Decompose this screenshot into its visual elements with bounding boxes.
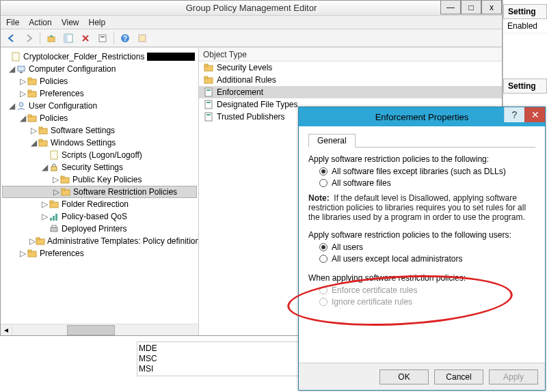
svg-text:?: ?: [123, 35, 127, 42]
tree-label: Policy-based QoS: [62, 210, 127, 223]
folder-icon: [38, 125, 49, 136]
dialog-titlebar[interactable]: Enforcement Properties ? ✕: [299, 107, 545, 126]
delete-button[interactable]: [78, 31, 93, 46]
radio-icon: [319, 255, 328, 263]
tab-general[interactable]: General: [308, 134, 356, 148]
radio-all-software-files[interactable]: All software files: [319, 178, 535, 188]
properties-button[interactable]: [95, 31, 110, 46]
tree-windows-settings[interactable]: ◢Windows Settings: [2, 137, 197, 149]
tree-computer-configuration[interactable]: ◢Computer Configuration: [2, 63, 197, 75]
tree-software-restriction-policies[interactable]: ▷Software Restriction Policies: [2, 186, 197, 198]
label-apply-following: Apply software restriction policies to t…: [308, 154, 535, 164]
lock-icon: [49, 162, 59, 173]
svg-rect-0: [48, 37, 55, 42]
tree-uc-preferences[interactable]: ▷Preferences: [2, 247, 197, 260]
menu-bar: File Action View Help: [1, 16, 502, 29]
forward-button[interactable]: [21, 31, 36, 46]
tree-software-settings[interactable]: ▷Software Settings: [2, 124, 197, 137]
tree-root[interactable]: Cryptolocker_Folder_Restrictions: [2, 51, 197, 63]
svg-rect-31: [53, 216, 55, 221]
tree-label: Scripts (Logon/Logoff): [62, 149, 142, 161]
dialog-close-button[interactable]: ✕: [524, 107, 545, 122]
dialog-body: General Apply software restriction polic…: [299, 126, 545, 363]
titlebar[interactable]: Group Policy Management Editor — □ x: [1, 1, 502, 16]
back-button[interactable]: [4, 31, 19, 46]
folder-icon: [27, 248, 38, 259]
folder-icon: [60, 186, 71, 197]
svg-rect-47: [205, 113, 212, 121]
maximize-button[interactable]: □: [461, 1, 481, 14]
tree-policy-qos[interactable]: ▷Policy-based QoS: [2, 210, 197, 223]
tree-user-configuration[interactable]: ◢User Configuration: [2, 100, 197, 112]
tree-label: Cryptolocker_Folder_Restrictions: [23, 51, 144, 63]
svg-point-15: [19, 102, 23, 107]
svg-rect-32: [55, 214, 57, 221]
tree-public-key-policies[interactable]: ▷Public Key Policies: [2, 173, 197, 186]
tree-uc-policies[interactable]: ◢Policies: [2, 112, 197, 124]
tree-cc-policies[interactable]: ▷Policies: [2, 75, 197, 87]
radio-label: All software files except libraries (suc…: [332, 167, 506, 176]
radio-icon: [319, 298, 328, 306]
folder-icon: [49, 199, 59, 210]
cancel-button[interactable]: Cancel: [434, 369, 483, 384]
scroll-thumb[interactable]: [67, 325, 115, 335]
up-button[interactable]: [44, 31, 59, 46]
menu-view[interactable]: View: [62, 18, 79, 27]
svg-rect-4: [101, 36, 105, 38]
right-panel-row: Enabled: [503, 19, 547, 33]
list-item-security-levels[interactable]: Security Levels: [199, 61, 502, 74]
svg-rect-48: [206, 114, 211, 115]
ok-button[interactable]: OK: [379, 369, 429, 384]
radio-label: Enforce certificate rules: [332, 285, 417, 295]
radio-all-users[interactable]: All users: [319, 242, 535, 252]
svg-rect-44: [206, 89, 211, 91]
apply-button[interactable]: Apply: [489, 369, 538, 384]
folder-icon: [203, 74, 214, 85]
scroll-left-button[interactable]: ◂: [1, 324, 12, 336]
close-button[interactable]: x: [481, 1, 502, 14]
horizontal-scrollbar[interactable]: ◂: [1, 324, 198, 335]
tree-folder-redirection[interactable]: ▷Folder Redirection: [2, 198, 197, 210]
tree-security-settings[interactable]: ◢Security Settings: [2, 161, 197, 173]
minimize-button[interactable]: —: [440, 1, 461, 14]
dialog-help-button[interactable]: ?: [504, 107, 524, 122]
radio-label: Ignore certificate rules: [332, 297, 412, 307]
list-header-object-type[interactable]: Object Type: [199, 48, 502, 61]
policy-tree[interactable]: Cryptolocker_Folder_Restrictions ◢Comput…: [1, 48, 198, 323]
svg-rect-29: [50, 201, 53, 203]
radio-icon: [319, 179, 328, 187]
tree-pane: Cryptolocker_Folder_Restrictions ◢Comput…: [1, 48, 199, 335]
menu-action[interactable]: Action: [29, 18, 51, 27]
radio-all-except-libs[interactable]: All software files except libraries (suc…: [319, 167, 535, 176]
tree-deployed-printers[interactable]: Deployed Printers: [2, 223, 197, 235]
folder-icon: [38, 137, 49, 148]
tree-cc-preferences[interactable]: ▷Preferences: [2, 87, 197, 100]
radio-label: All users except local administrators: [332, 254, 462, 264]
list-item-additional-rules[interactable]: Additional Rules: [199, 74, 502, 86]
show-hide-tree-button[interactable]: [61, 31, 76, 46]
list-item-enforcement[interactable]: Enforcement: [199, 86, 502, 98]
label-apply-users: Apply software restriction policies to t…: [308, 230, 535, 240]
tree-label: Computer Configuration: [29, 63, 116, 75]
right-panel-header[interactable]: Setting: [503, 4, 547, 19]
folder-icon: [59, 174, 70, 185]
menu-help[interactable]: Help: [89, 18, 106, 27]
tree-admin-templates[interactable]: ▷Administrative Templates: Policy defini…: [2, 235, 197, 247]
radio-except-admins[interactable]: All users except local administrators: [319, 254, 535, 264]
separator: [114, 32, 114, 44]
radio-icon: [319, 286, 328, 294]
right-panel-header-2[interactable]: Setting: [503, 79, 547, 94]
svg-rect-34: [52, 225, 56, 227]
svg-rect-21: [39, 139, 42, 141]
filter-button[interactable]: [135, 31, 150, 46]
radio-label: All users: [332, 242, 363, 252]
tree-scripts[interactable]: Scripts (Logon/Logoff): [2, 149, 197, 161]
tree-label: Folder Redirection: [62, 198, 129, 210]
tab-strip: General: [308, 133, 535, 148]
help-button[interactable]: ?: [118, 31, 133, 46]
menu-file[interactable]: File: [6, 18, 19, 27]
svg-rect-22: [51, 151, 57, 159]
list-label: Trusted Publishers: [217, 112, 285, 122]
svg-rect-30: [50, 218, 52, 221]
tree-label: Policies: [40, 112, 68, 124]
